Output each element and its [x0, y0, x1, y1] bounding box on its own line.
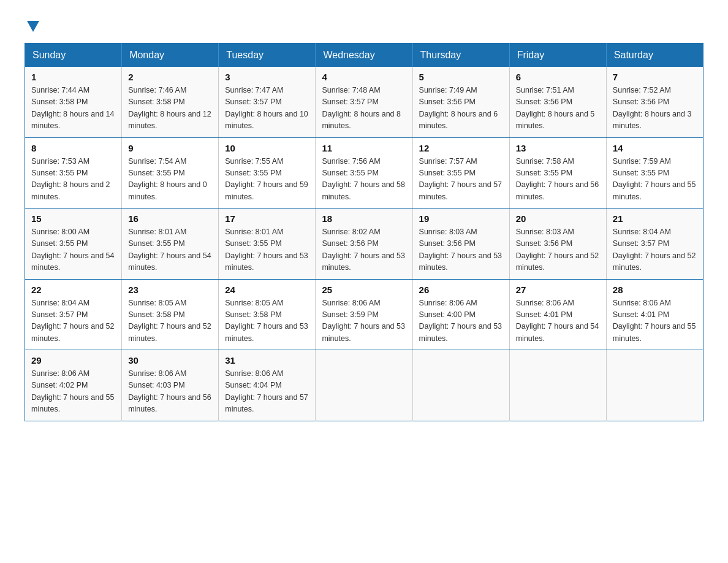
calendar-cell: 22 Sunrise: 8:04 AMSunset: 3:57 PMDaylig…	[25, 279, 122, 350]
day-info: Sunrise: 8:06 AMSunset: 4:01 PMDaylight:…	[516, 297, 600, 345]
calendar-cell: 14 Sunrise: 7:59 AMSunset: 3:55 PMDaylig…	[606, 137, 703, 209]
calendar-cell: 7 Sunrise: 7:52 AMSunset: 3:56 PMDayligh…	[606, 67, 703, 137]
calendar-cell: 4 Sunrise: 7:48 AMSunset: 3:57 PMDayligh…	[316, 67, 412, 137]
day-info: Sunrise: 8:01 AMSunset: 3:55 PMDaylight:…	[225, 226, 309, 274]
calendar-cell: 23 Sunrise: 8:05 AMSunset: 3:58 PMDaylig…	[122, 279, 219, 350]
weekday-header-tuesday: Tuesday	[219, 44, 316, 67]
calendar-cell	[509, 350, 606, 421]
calendar-week-row: 1 Sunrise: 7:44 AMSunset: 3:58 PMDayligh…	[25, 67, 703, 137]
day-info: Sunrise: 8:04 AMSunset: 3:57 PMDaylight:…	[31, 297, 115, 345]
day-info: Sunrise: 7:55 AMSunset: 3:55 PMDaylight:…	[225, 156, 309, 204]
calendar-table: SundayMondayTuesdayWednesdayThursdayFrid…	[25, 43, 703, 421]
day-info: Sunrise: 7:57 AMSunset: 3:55 PMDaylight:…	[419, 156, 503, 204]
logo	[25, 18, 39, 31]
day-info: Sunrise: 7:58 AMSunset: 3:55 PMDaylight:…	[516, 156, 600, 204]
calendar-cell: 29 Sunrise: 8:06 AMSunset: 4:02 PMDaylig…	[25, 350, 122, 421]
calendar-week-row: 22 Sunrise: 8:04 AMSunset: 3:57 PMDaylig…	[25, 279, 703, 350]
calendar-cell: 10 Sunrise: 7:55 AMSunset: 3:55 PMDaylig…	[219, 137, 316, 209]
calendar-cell: 2 Sunrise: 7:46 AMSunset: 3:58 PMDayligh…	[122, 67, 219, 137]
day-number: 2	[128, 72, 212, 82]
calendar-cell	[606, 350, 703, 421]
day-info: Sunrise: 8:01 AMSunset: 3:55 PMDaylight:…	[128, 226, 212, 274]
calendar-cell: 25 Sunrise: 8:06 AMSunset: 3:59 PMDaylig…	[316, 279, 412, 350]
day-info: Sunrise: 8:06 AMSunset: 4:03 PMDaylight:…	[128, 368, 212, 416]
day-number: 4	[322, 72, 406, 82]
day-number: 18	[322, 213, 406, 224]
calendar-cell: 5 Sunrise: 7:49 AMSunset: 3:56 PMDayligh…	[412, 67, 509, 137]
day-number: 19	[419, 213, 503, 224]
day-number: 28	[613, 285, 697, 295]
day-number: 22	[31, 285, 115, 295]
weekday-header-thursday: Thursday	[412, 44, 509, 67]
day-info: Sunrise: 8:06 AMSunset: 4:00 PMDaylight:…	[419, 297, 503, 345]
day-info: Sunrise: 8:04 AMSunset: 3:57 PMDaylight:…	[613, 226, 697, 274]
calendar-cell: 13 Sunrise: 7:58 AMSunset: 3:55 PMDaylig…	[509, 137, 606, 209]
calendar-cell: 20 Sunrise: 8:03 AMSunset: 3:56 PMDaylig…	[509, 209, 606, 280]
day-number: 23	[128, 285, 212, 295]
calendar-cell: 26 Sunrise: 8:06 AMSunset: 4:00 PMDaylig…	[412, 279, 509, 350]
day-number: 6	[516, 72, 600, 82]
day-number: 8	[31, 143, 115, 153]
calendar-cell: 11 Sunrise: 7:56 AMSunset: 3:55 PMDaylig…	[316, 137, 412, 209]
day-info: Sunrise: 7:44 AMSunset: 3:58 PMDaylight:…	[31, 85, 115, 132]
day-info: Sunrise: 7:59 AMSunset: 3:55 PMDaylight:…	[613, 156, 697, 204]
day-info: Sunrise: 7:54 AMSunset: 3:55 PMDaylight:…	[128, 156, 212, 204]
page-header	[25, 18, 703, 31]
day-number: 17	[225, 213, 309, 224]
day-number: 5	[419, 72, 503, 82]
calendar-cell: 3 Sunrise: 7:47 AMSunset: 3:57 PMDayligh…	[219, 67, 316, 137]
day-number: 1	[31, 72, 115, 82]
day-number: 29	[31, 355, 115, 366]
day-number: 20	[516, 213, 600, 224]
calendar-cell: 16 Sunrise: 8:01 AMSunset: 3:55 PMDaylig…	[122, 209, 219, 280]
calendar-cell: 1 Sunrise: 7:44 AMSunset: 3:58 PMDayligh…	[25, 67, 122, 137]
day-number: 14	[613, 143, 697, 153]
weekday-header-friday: Friday	[509, 44, 606, 67]
day-number: 31	[225, 355, 309, 366]
day-info: Sunrise: 8:05 AMSunset: 3:58 PMDaylight:…	[225, 297, 309, 345]
calendar-week-row: 29 Sunrise: 8:06 AMSunset: 4:02 PMDaylig…	[25, 350, 703, 421]
calendar-cell: 27 Sunrise: 8:06 AMSunset: 4:01 PMDaylig…	[509, 279, 606, 350]
weekday-header-wednesday: Wednesday	[316, 44, 412, 67]
calendar-cell: 31 Sunrise: 8:06 AMSunset: 4:04 PMDaylig…	[219, 350, 316, 421]
day-number: 21	[613, 213, 697, 224]
day-number: 30	[128, 355, 212, 366]
weekday-header-saturday: Saturday	[606, 44, 703, 67]
day-info: Sunrise: 7:52 AMSunset: 3:56 PMDaylight:…	[613, 85, 697, 132]
calendar-cell: 19 Sunrise: 8:03 AMSunset: 3:56 PMDaylig…	[412, 209, 509, 280]
day-number: 11	[322, 143, 406, 153]
day-info: Sunrise: 8:03 AMSunset: 3:56 PMDaylight:…	[516, 226, 600, 274]
day-info: Sunrise: 8:06 AMSunset: 3:59 PMDaylight:…	[322, 297, 406, 345]
calendar-cell	[412, 350, 509, 421]
day-number: 24	[225, 285, 309, 295]
day-info: Sunrise: 8:02 AMSunset: 3:56 PMDaylight:…	[322, 226, 406, 274]
day-info: Sunrise: 8:06 AMSunset: 4:04 PMDaylight:…	[225, 368, 309, 416]
day-number: 3	[225, 72, 309, 82]
calendar-cell: 24 Sunrise: 8:05 AMSunset: 3:58 PMDaylig…	[219, 279, 316, 350]
weekday-header-monday: Monday	[122, 44, 219, 67]
day-info: Sunrise: 8:00 AMSunset: 3:55 PMDaylight:…	[31, 226, 115, 274]
day-info: Sunrise: 8:03 AMSunset: 3:56 PMDaylight:…	[419, 226, 503, 274]
calendar-cell: 9 Sunrise: 7:54 AMSunset: 3:55 PMDayligh…	[122, 137, 219, 209]
day-info: Sunrise: 7:46 AMSunset: 3:58 PMDaylight:…	[128, 85, 212, 132]
calendar-cell: 15 Sunrise: 8:00 AMSunset: 3:55 PMDaylig…	[25, 209, 122, 280]
calendar-cell: 18 Sunrise: 8:02 AMSunset: 3:56 PMDaylig…	[316, 209, 412, 280]
day-info: Sunrise: 7:48 AMSunset: 3:57 PMDaylight:…	[322, 85, 406, 132]
day-number: 15	[31, 213, 115, 224]
day-number: 26	[419, 285, 503, 295]
calendar-cell: 12 Sunrise: 7:57 AMSunset: 3:55 PMDaylig…	[412, 137, 509, 209]
calendar-cell: 17 Sunrise: 8:01 AMSunset: 3:55 PMDaylig…	[219, 209, 316, 280]
calendar-cell: 21 Sunrise: 8:04 AMSunset: 3:57 PMDaylig…	[606, 209, 703, 280]
day-number: 7	[613, 72, 697, 82]
day-number: 16	[128, 213, 212, 224]
calendar-cell: 30 Sunrise: 8:06 AMSunset: 4:03 PMDaylig…	[122, 350, 219, 421]
day-info: Sunrise: 7:51 AMSunset: 3:56 PMDaylight:…	[516, 85, 600, 132]
day-info: Sunrise: 8:06 AMSunset: 4:01 PMDaylight:…	[613, 297, 697, 345]
day-number: 12	[419, 143, 503, 153]
day-number: 25	[322, 285, 406, 295]
calendar-cell: 8 Sunrise: 7:53 AMSunset: 3:55 PMDayligh…	[25, 137, 122, 209]
calendar-week-row: 8 Sunrise: 7:53 AMSunset: 3:55 PMDayligh…	[25, 137, 703, 209]
calendar-cell: 6 Sunrise: 7:51 AMSunset: 3:56 PMDayligh…	[509, 67, 606, 137]
day-info: Sunrise: 7:47 AMSunset: 3:57 PMDaylight:…	[225, 85, 309, 132]
calendar-cell	[316, 350, 412, 421]
